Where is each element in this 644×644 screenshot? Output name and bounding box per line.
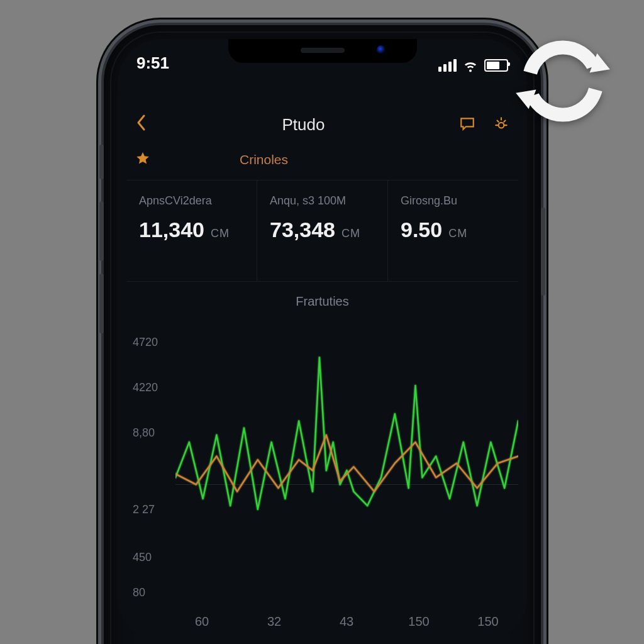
notch — [228, 39, 417, 63]
light-icon[interactable] — [493, 116, 509, 135]
x-tick: 150 — [408, 614, 429, 629]
stats-grid: ApnsCVi2dera 11,340CM Anqu, s3 100M 73,3… — [126, 180, 518, 282]
stat-cell[interactable]: Girosng.Bu 9.50CM — [388, 180, 518, 281]
stat-cell[interactable]: Anqu, s3 100M 73,348CM — [257, 180, 388, 281]
x-tick: 60 — [195, 614, 209, 629]
x-tick: 32 — [267, 614, 281, 629]
y-tick: 4720 — [133, 336, 158, 349]
page-title: Ptudo — [282, 115, 325, 135]
wifi-icon — [463, 58, 478, 73]
phone-side-button — [541, 208, 545, 296]
status-time: 9:51 — [136, 53, 169, 73]
svg-point-0 — [499, 122, 504, 128]
stat-value: 73,348 — [270, 218, 335, 242]
chart-area[interactable]: 4720 4220 8,80 2 27 450 80 60 32 43 150 … — [126, 321, 518, 629]
chart-plot — [175, 321, 518, 597]
chat-icon[interactable] — [459, 116, 475, 135]
y-tick: 450 — [133, 551, 152, 564]
battery-icon — [484, 59, 508, 72]
back-button[interactable] — [135, 113, 148, 136]
stat-unit: CM — [341, 227, 360, 240]
y-tick: 8,80 — [133, 426, 155, 440]
favorite-star-icon[interactable] — [135, 151, 150, 169]
screen: 9:51 Ptudo — [118, 39, 527, 643]
y-tick: 80 — [133, 586, 145, 599]
stat-label: Anqu, s3 100M — [270, 194, 375, 208]
stat-value: 9.50 — [401, 218, 442, 242]
refresh-icon[interactable] — [509, 28, 616, 135]
phone-side-button — [99, 274, 104, 333]
stat-label: Girosng.Bu — [401, 194, 506, 208]
stat-label: ApnsCVi2dera — [139, 194, 244, 208]
stat-unit: CM — [448, 227, 467, 240]
stat-cell[interactable]: ApnsCVi2dera 11,340CM — [126, 180, 257, 281]
phone-frame: 9:51 Ptudo — [104, 25, 541, 644]
stat-unit: CM — [211, 227, 230, 240]
tab-crinoles[interactable]: Crinoles — [240, 152, 288, 167]
phone-side-button — [99, 145, 104, 179]
phone-side-button — [99, 201, 104, 261]
section-label: Frartuties — [118, 294, 527, 309]
x-tick: 150 — [477, 614, 498, 629]
stat-value: 11,340 — [139, 218, 204, 242]
x-tick: 43 — [340, 614, 353, 629]
cellular-signal-icon — [438, 59, 457, 72]
y-tick: 4220 — [133, 381, 158, 394]
y-tick: 2 27 — [133, 503, 155, 516]
